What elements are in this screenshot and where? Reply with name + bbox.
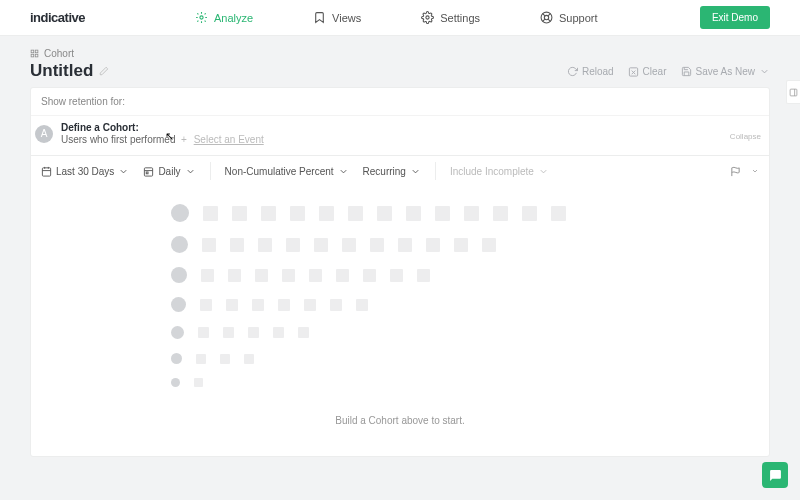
retention-chart-placeholder [31,186,769,411]
chart-dot [171,204,189,222]
svg-rect-4 [31,50,34,53]
chart-cell [336,269,349,282]
chevron-down-icon [118,166,129,177]
side-panel-toggle[interactable] [786,80,800,104]
chart-cell [198,327,209,338]
exit-demo-button[interactable]: Exit Demo [700,6,770,29]
chart-cell [314,238,328,252]
chart-cell [255,269,268,282]
chevron-down-icon [338,166,349,177]
chart-cell [202,238,216,252]
nav-support[interactable]: Support [540,11,598,24]
chart-cell [464,206,479,221]
chart-cell [454,238,468,252]
chart-cell [273,327,284,338]
chevron-down-icon[interactable] [751,167,759,175]
chart-cell [244,354,254,364]
svg-rect-12 [790,89,797,96]
chart-dot [171,236,188,253]
chart-cell [223,327,234,338]
chart-cell [282,269,295,282]
chart-cell [319,206,334,221]
chart-cell [252,299,264,311]
chart-cell [551,206,566,221]
nav-views[interactable]: Views [313,11,361,24]
chart-cell [522,206,537,221]
chart-cell [493,206,508,221]
chart-cell [330,299,342,311]
date-range-filter[interactable]: Last 30 Days [41,166,129,177]
chart-cell [435,206,450,221]
chart-cell [286,238,300,252]
nav-settings[interactable]: Settings [421,11,480,24]
gear-icon [421,11,434,24]
chart-cell [417,269,430,282]
chart-cell [298,327,309,338]
chart-cell [220,354,230,364]
panel-icon [789,88,798,97]
reload-icon [567,66,578,77]
chart-dot [171,326,184,339]
cohort-subtext: Users who first performed + Select an Ev… [61,134,264,145]
calendar-icon [41,166,52,177]
empty-state-message: Build a Cohort above to start. [31,415,769,426]
chart-dot [171,353,182,364]
chart-cell [370,238,384,252]
chart-cell [377,206,392,221]
include-incomplete-filter[interactable]: Include Incomplete [450,166,549,177]
breadcrumb: Cohort [30,48,770,59]
chart-cell [232,206,247,221]
chart-dot [171,267,187,283]
metric-filter[interactable]: Non-Cumulative Percent [225,166,349,177]
chevron-down-icon [185,166,196,177]
granularity-filter[interactable]: Daily [143,166,195,177]
grid-icon [30,49,39,58]
calendar-day-icon [143,166,154,177]
plus-icon: + [178,134,187,145]
chart-cell [406,206,421,221]
select-event-link[interactable]: Select an Event [194,134,264,145]
brand-logo: indicative [30,10,85,25]
save-as-new-button[interactable]: Save As New [681,66,770,77]
chart-cell [309,269,322,282]
chart-cell [248,327,259,338]
chart-cell [194,378,203,387]
svg-rect-9 [42,167,50,175]
nav-analyze[interactable]: Analyze [195,11,253,24]
chevron-down-icon [410,166,421,177]
chart-dot [171,378,180,387]
chart-cell [278,299,290,311]
chart-cell [200,299,212,311]
analyze-icon [195,11,208,24]
collapse-button[interactable]: Collapse [730,132,761,141]
edit-title-icon[interactable] [99,62,109,80]
chevron-down-icon [538,166,549,177]
bookmark-icon [313,11,326,24]
chat-icon [769,469,782,482]
clear-button[interactable]: Clear [628,66,667,77]
recurring-filter[interactable]: Recurring [363,166,421,177]
chart-cell [228,269,241,282]
chart-cell [482,238,496,252]
chart-cell [196,354,206,364]
chart-cell [426,238,440,252]
svg-point-0 [200,16,203,19]
chart-cell [290,206,305,221]
flag-icon[interactable] [730,166,741,177]
chat-fab[interactable] [762,462,788,488]
chart-cell [363,269,376,282]
chart-dot [171,297,186,312]
svg-point-1 [426,16,429,19]
chart-cell [201,269,214,282]
svg-point-3 [544,15,548,19]
define-cohort-label: Define a Cohort: [61,122,264,133]
chevron-down-icon [759,66,770,77]
reload-button[interactable]: Reload [567,66,614,77]
show-retention-label: Show retention for: [31,88,769,115]
lifebuoy-icon [540,11,553,24]
chart-cell [258,238,272,252]
svg-rect-5 [35,50,38,53]
chart-cell [226,299,238,311]
clear-icon [628,66,639,77]
svg-rect-6 [31,54,34,57]
